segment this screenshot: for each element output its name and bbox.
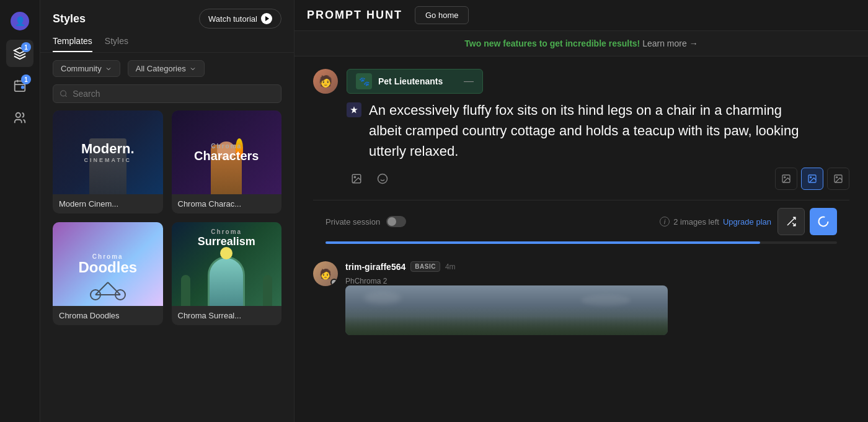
community-user-avatar: 🧑 (313, 261, 338, 286)
svg-point-6 (16, 113, 20, 117)
calendar-badge: 1 (21, 74, 31, 84)
template-grid: Modern. CINEMATIC Modern Cinem... Chroma… (40, 110, 294, 325)
avatar-item[interactable]: 👤 (6, 7, 33, 35)
search-icon (60, 89, 68, 98)
preview-landscape (345, 285, 668, 335)
arch-decoration (208, 256, 245, 306)
template-card-chroma-doodles[interactable]: Chroma Doodles Chroma Doodles (53, 222, 163, 325)
bottom-input-bar: Private session i 2 images left Upgrade … (313, 200, 849, 251)
template-card-modern-cinematic[interactable]: Modern. CINEMATIC Modern Cinem... (53, 110, 163, 213)
template-card-chroma-characters[interactable]: Chroma Characters Chroma Charac... (172, 110, 282, 213)
post-username: trim-giraffe564 (345, 262, 405, 272)
modern-cinematic-sub-text: CINEMATIC (84, 157, 131, 163)
svg-point-20 (784, 177, 786, 178)
search-input[interactable] (73, 89, 275, 99)
svg-line-12 (108, 282, 120, 295)
play-circle-icon (261, 13, 272, 24)
characters-label: Characters (194, 150, 259, 162)
upgrade-plan-link[interactable]: Upgrade plan (723, 217, 771, 227)
categories-filter-button[interactable]: All Categories (128, 60, 205, 77)
panel-title: Styles (53, 12, 86, 25)
svg-line-8 (65, 96, 66, 97)
watch-tutorial-button[interactable]: Watch tutorial (199, 9, 281, 29)
tree-right (263, 275, 272, 306)
panel-header: Styles Watch tutorial (40, 0, 294, 29)
doodles-label: Doodles (78, 260, 137, 275)
svg-point-15 (354, 176, 355, 177)
basic-badge: BASIC (410, 261, 440, 272)
announcement-banner: Two new features to get incredible resul… (294, 31, 868, 56)
community-filter-label: Community (61, 64, 102, 73)
go-home-button[interactable]: Go home (415, 6, 469, 24)
private-session-label: Private session (326, 217, 380, 227)
info-icon: i (660, 217, 670, 227)
post-content: trim-giraffe564 BASIC 4m PhChroma 2 (345, 261, 849, 335)
search-bar[interactable] (53, 84, 281, 103)
prompt-text: An excessively fluffy fox sits on its hi… (369, 100, 803, 161)
announcement-highlight: Two new features to get incredible resul… (464, 38, 640, 48)
template-card-label-doodles: Chroma Doodles (53, 306, 163, 325)
emoji-button[interactable] (373, 169, 392, 189)
post-model: PhChroma 2 (345, 277, 849, 285)
svg-line-11 (95, 282, 108, 295)
learn-more-link[interactable]: Learn more → (642, 38, 698, 48)
shuffle-icon (786, 216, 797, 227)
message-block: 🧑 🐾 Pet Lieutenants — An excessively flu… (313, 69, 849, 190)
filters-row: Community All Categories (40, 53, 294, 84)
avatar-face: 🧑 (313, 69, 338, 94)
chat-area: 🧑 🐾 Pet Lieutenants — An excessively flu… (294, 56, 868, 422)
template-card-chroma-surrealism[interactable]: Chroma Surrealism Chroma Surreal... (172, 222, 282, 325)
categories-filter-label: All Categories (136, 64, 186, 73)
image-attach-button[interactable] (347, 169, 366, 189)
loading-icon (817, 215, 830, 228)
avatar-status-dot (330, 279, 338, 286)
svg-point-22 (810, 177, 812, 178)
image-style-button-1[interactable] (775, 168, 797, 190)
shuffle-button[interactable] (777, 208, 805, 235)
svg-point-7 (61, 91, 66, 96)
image-icon-right-1 (781, 174, 791, 184)
tab-templates[interactable]: Templates (53, 36, 92, 52)
image-style-button-3[interactable] (827, 168, 849, 190)
chroma-doodles-label: Chroma (78, 253, 137, 260)
template-card-label-surrealism: Chroma Surreal... (172, 306, 282, 325)
input-tools-row (313, 168, 849, 190)
right-tools (775, 168, 849, 190)
tab-styles[interactable]: Styles (105, 36, 128, 52)
watch-tutorial-label: Watch tutorial (208, 14, 257, 24)
pet-badge-icon: 🐾 (356, 73, 372, 89)
images-left-count: 2 images left (673, 217, 719, 227)
logo: PROMPT HUNT (307, 9, 402, 22)
chevron-down-icon (105, 65, 112, 73)
cloud-1 (364, 292, 401, 304)
template-card-label-modern: Modern Cinem... (53, 194, 163, 213)
layers-icon-item[interactable]: 1 (6, 40, 33, 67)
modern-cinematic-title-text: Modern. (81, 141, 135, 156)
sparkle-icon (347, 102, 361, 117)
chroma-surr-label: Chroma (198, 228, 255, 235)
template-card-label-chroma: Chroma Charac... (172, 194, 282, 213)
progress-bar-fill (326, 241, 760, 244)
images-left-info: i 2 images left Upgrade plan (660, 217, 771, 227)
people-icon (13, 111, 27, 125)
svg-point-24 (836, 177, 838, 178)
message-header-row: 🧑 🐾 Pet Lieutenants — (313, 69, 849, 94)
people-icon-item[interactable] (6, 104, 33, 132)
image-icon-right-2 (807, 174, 817, 184)
generate-button[interactable] (810, 208, 837, 235)
community-filter-button[interactable]: Community (53, 60, 120, 77)
pet-lieutenants-badge: 🐾 Pet Lieutenants — (347, 69, 483, 94)
pet-badge-name: Pet Lieutenants (378, 76, 443, 86)
main-content: PROMPT HUNT Go home Two new features to … (294, 0, 868, 422)
cloud-2 (581, 295, 631, 306)
post-meta: trim-giraffe564 BASIC 4m (345, 261, 849, 272)
svg-point-16 (378, 174, 388, 184)
community-post: 🧑 trim-giraffe564 BASIC 4m PhChroma 2 (313, 261, 849, 335)
image-icon-right-3 (833, 174, 843, 184)
image-style-button-2[interactable] (801, 168, 823, 190)
panel: Styles Watch tutorial Templates Styles C… (40, 0, 294, 422)
calendar-icon-item[interactable]: 1 (6, 72, 33, 99)
private-session-toggle[interactable] (386, 216, 406, 227)
svg-point-5 (21, 86, 25, 89)
top-bar: PROMPT HUNT Go home (294, 0, 868, 31)
